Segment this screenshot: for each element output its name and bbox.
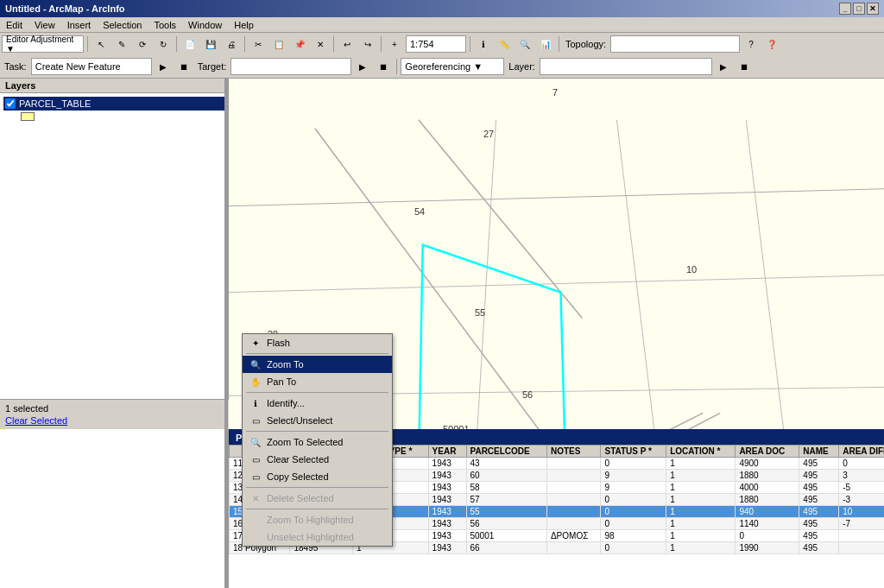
toc-title: Layers — [5, 80, 35, 91]
ctx-copy-selected[interactable]: ▭ Copy Selected — [243, 468, 392, 485]
menu-selection[interactable]: Selection — [100, 19, 144, 31]
cell-parcelcode: 57 — [466, 494, 546, 506]
cell-notes — [546, 518, 601, 530]
window-controls[interactable]: _ □ ✕ — [839, 3, 879, 15]
ctx-flash[interactable]: ✦ Flash — [243, 334, 392, 351]
minimize-button[interactable]: _ — [839, 3, 851, 15]
ctx-identify[interactable]: ℹ Identify... — [243, 395, 392, 412]
layer-label: Layer: — [506, 61, 538, 72]
target-label: Target: — [195, 61, 230, 72]
zoom-in-btn[interactable]: + — [385, 35, 404, 54]
select-tool-btn[interactable]: ↖ — [92, 35, 110, 54]
cell-notes — [546, 494, 601, 506]
resize-handle[interactable] — [224, 79, 228, 588]
col-header-location[interactable]: LOCATION * — [666, 446, 736, 458]
cut-btn[interactable]: ✂ — [249, 35, 268, 54]
ctx-zoom-to-label: Zoom To — [267, 359, 304, 370]
task-play-btn[interactable]: ▶ — [154, 57, 173, 76]
ctx-flash-label: Flash — [267, 338, 290, 348]
menu-insert[interactable]: Insert — [65, 19, 94, 31]
measure-btn[interactable]: 📏 — [495, 35, 514, 54]
cell-notes — [546, 470, 601, 482]
print-btn[interactable]: 🖨 — [222, 35, 241, 54]
topology-dropdown[interactable] — [610, 35, 740, 53]
cell-location: 1 — [666, 470, 736, 482]
cell-areadiff: 0 — [839, 458, 884, 470]
ctx-sep4 — [246, 487, 388, 488]
ctx-clear-selected[interactable]: ▭ Clear Selected — [243, 451, 392, 468]
cell-name: 495 — [799, 458, 839, 470]
col-header-status[interactable]: STATUS P * — [601, 446, 666, 458]
ctx-zoom-to-selected[interactable]: 🔍 Zoom To Selected — [243, 433, 392, 451]
cell-year: 1943 — [428, 458, 466, 470]
scale-input[interactable] — [406, 35, 466, 53]
editor-adjustment-dropdown[interactable]: Editor Adjustment ▼ — [2, 35, 84, 53]
ctx-zoom-to[interactable]: 🔍 Zoom To — [243, 356, 392, 373]
maximize-button[interactable]: □ — [853, 3, 865, 15]
edit-tool-btn[interactable]: ✎ — [112, 35, 131, 54]
cell-notes: ΔΡΟΜΟΣ — [546, 530, 601, 542]
cell-parcelcode: 55 — [466, 506, 546, 518]
ctx-pan-to[interactable]: ✋ Pan To — [243, 373, 392, 390]
cell-location: 1 — [666, 494, 736, 506]
new-feature-btn[interactable]: 📄 — [180, 35, 199, 54]
col-header-parcelcode[interactable]: PARCELCODE — [466, 446, 546, 458]
target-btn3[interactable]: ⏹ — [374, 57, 393, 76]
find-btn[interactable]: 🔍 — [515, 35, 534, 54]
col-header-areadoc[interactable]: AREA DOC — [736, 446, 799, 458]
layer-visibility-checkbox[interactable] — [5, 98, 16, 109]
ctx-clear-selected-label: Clear Selected — [267, 454, 329, 465]
col-header-name[interactable]: NAME — [799, 446, 839, 458]
map-label-56: 56 — [522, 389, 533, 400]
map-label-55: 55 — [475, 307, 485, 318]
help-btn[interactable]: ❓ — [762, 35, 781, 54]
task-dropdown[interactable]: Create New Feature — [31, 58, 152, 75]
layer-btn2[interactable]: ⏹ — [735, 57, 754, 76]
paste-btn[interactable]: 📌 — [290, 35, 309, 54]
menu-window[interactable]: Window — [186, 19, 224, 31]
copy-selected-icon: ▭ — [249, 471, 262, 483]
rotate-btn[interactable]: ↻ — [154, 35, 173, 54]
target-dropdown[interactable] — [230, 58, 351, 75]
georef-dropdown[interactable]: Georeferencing ▼ — [401, 58, 504, 75]
close-button[interactable]: ✕ — [867, 3, 879, 15]
target-btn2[interactable]: ▶ — [353, 57, 372, 76]
menu-help[interactable]: Help — [231, 19, 256, 31]
map-tips-btn[interactable]: ? — [742, 35, 761, 54]
col-header-notes[interactable]: NOTES — [546, 446, 601, 458]
cell-year: 1943 — [428, 470, 466, 482]
layer-btn[interactable]: ▶ — [714, 57, 733, 76]
save-btn[interactable]: 💾 — [201, 35, 220, 54]
undo-btn[interactable]: ↩ — [338, 35, 357, 54]
ctx-zoom-to-highlighted: Zoom To Highlighted — [243, 511, 392, 528]
svg-line-2 — [229, 189, 884, 206]
cell-areadoc: 1880 — [736, 470, 799, 482]
clear-selected-link[interactable]: Clear Selected — [5, 415, 224, 426]
task-stop-btn[interactable]: ⏹ — [174, 57, 193, 76]
menu-tools[interactable]: Tools — [151, 19, 179, 31]
cell-name: 495 — [799, 530, 839, 542]
toc-layer-parcel[interactable]: PARCEL_TABLE — [3, 97, 224, 111]
menu-view[interactable]: View — [32, 19, 58, 31]
cell-areadiff: 3 — [839, 470, 884, 482]
delete-btn[interactable]: ✕ — [311, 35, 330, 54]
selected-count: 1 selected — [5, 403, 224, 414]
copy-btn[interactable]: 📋 — [269, 35, 288, 54]
cell-status: 0 — [601, 518, 666, 530]
menu-edit[interactable]: Edit — [3, 19, 25, 31]
app-title: Untitled - ArcMap - ArcInfo — [5, 3, 125, 14]
main-area: Layers PARCEL_TABLE ✦ Flash 🔍 Zoom To — [0, 79, 884, 588]
col-header-year[interactable]: YEAR — [428, 446, 466, 458]
attrs-btn[interactable]: 📊 — [536, 35, 555, 54]
identify-btn[interactable]: ℹ — [474, 35, 493, 54]
cell-year: 1943 — [428, 530, 466, 542]
col-header-areadiff[interactable]: AREA DIFF — [839, 446, 884, 458]
cell-name: 495 — [799, 518, 839, 530]
layer-dropdown[interactable] — [540, 58, 712, 75]
toolbar-row-2: Task: Create New Feature ▶ ⏹ Target: ▶ ⏹… — [0, 55, 884, 78]
cell-notes — [546, 542, 601, 554]
ctx-select-unselect[interactable]: ▭ Select/Unselect — [243, 412, 392, 429]
redo-btn[interactable]: ↪ — [358, 35, 377, 54]
reshape-btn[interactable]: ⟳ — [133, 35, 152, 54]
ctx-sep1 — [246, 353, 388, 354]
